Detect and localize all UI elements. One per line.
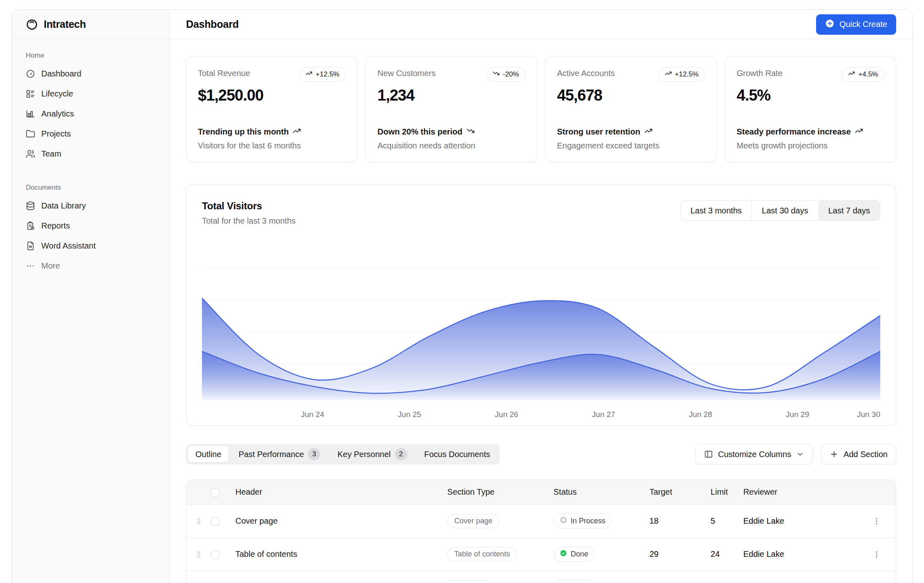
brand-logo-icon xyxy=(26,18,38,31)
nav-group-documents: Documents Data Library Reports Word Assi… xyxy=(18,180,163,276)
brand-name: Intratech xyxy=(44,18,86,30)
table-toolbar: Customize Columns Add Section xyxy=(695,444,896,464)
x-tick: Jun 25 xyxy=(398,410,421,419)
trending-down-icon xyxy=(493,70,500,79)
column-header: Section Type xyxy=(447,480,554,505)
stat-value: $1,250.00 xyxy=(198,87,345,104)
circle-plus-icon xyxy=(825,19,834,30)
trend-badge-value: +4.5% xyxy=(858,70,878,78)
reviewer-cell[interactable]: Eddie Lake xyxy=(743,571,857,583)
stat-footer: Trending up this month Visitors for the … xyxy=(198,127,345,150)
stat-footer: Down 20% this period Acquisition needs a… xyxy=(377,127,525,150)
tab-label: Focus Documents xyxy=(424,450,490,459)
stat-value: 4.5% xyxy=(737,87,884,104)
range-last-30-days[interactable]: Last 30 days xyxy=(751,201,818,220)
range-last-3-months[interactable]: Last 3 months xyxy=(681,201,752,220)
x-tick: Jun 26 xyxy=(495,410,518,419)
page-title: Dashboard xyxy=(186,18,239,30)
stat-footer: Strong user retention Engagement exceed … xyxy=(557,127,705,150)
tab-outline[interactable]: Outline xyxy=(188,446,229,463)
status-badge: Done xyxy=(554,580,594,583)
table-row: Executive summary Narrative Done 10 13 E… xyxy=(186,571,896,583)
stat-footer-desc: Visitors for the last 6 months xyxy=(198,141,345,150)
sidebar-item-projects[interactable]: Projects xyxy=(18,124,163,144)
row-header-text[interactable]: Cover page xyxy=(235,516,278,525)
table-row: Cover page Cover page In Process 18 5 Ed… xyxy=(186,505,896,538)
stat-footer-desc: Meets growth projections xyxy=(737,141,884,150)
drag-handle-icon[interactable] xyxy=(186,517,211,526)
time-range-toggle: Last 3 months Last 30 days Last 7 days xyxy=(680,200,880,221)
sidebar: Home Dashboard Lifecycle Analytics xyxy=(12,39,170,583)
sidebar-item-label: Projects xyxy=(41,129,71,139)
trend-badge: +12.5% xyxy=(659,67,705,82)
drag-handle-icon[interactable] xyxy=(186,550,211,559)
tab-past-performance[interactable]: Past Performance 3 xyxy=(231,446,328,463)
stat-value: 45,678 xyxy=(557,87,705,104)
sidebar-item-analytics[interactable]: Analytics xyxy=(18,104,163,124)
add-section-button[interactable]: Add Section xyxy=(821,444,896,464)
range-last-7-days[interactable]: Last 7 days xyxy=(818,201,880,220)
sidebar-item-reports[interactable]: Reports xyxy=(18,216,163,236)
status-text: Done xyxy=(571,550,588,558)
tab-count-badge: 2 xyxy=(395,448,407,460)
stat-card-growth-rate: Growth Rate +4.5% 4.5% Steady performanc… xyxy=(725,56,896,162)
target-cell[interactable]: 18 xyxy=(649,505,711,538)
row-checkbox[interactable] xyxy=(211,550,220,559)
sidebar-item-more[interactable]: More xyxy=(18,256,163,276)
row-menu-icon[interactable] xyxy=(857,517,896,526)
sidebar-item-label: Dashboard xyxy=(41,69,81,78)
row-checkbox[interactable] xyxy=(211,517,220,526)
row-header-text[interactable]: Table of contents xyxy=(235,549,297,558)
sidebar-item-label: Word Assistant xyxy=(41,241,96,251)
trend-badge: +12.5% xyxy=(299,67,345,82)
limit-cell[interactable]: 24 xyxy=(711,538,743,571)
stat-footer-desc: Acquisition needs attention xyxy=(377,141,525,150)
quick-create-button[interactable]: Quick Create xyxy=(816,14,896,35)
sidebar-item-dashboard[interactable]: Dashboard xyxy=(18,64,163,84)
tab-key-personnel[interactable]: Key Personnel 2 xyxy=(330,446,415,463)
trending-up-icon xyxy=(644,127,653,137)
sidebar-item-label: Team xyxy=(41,149,61,159)
trending-down-icon xyxy=(466,127,475,137)
reviewer-cell[interactable]: Eddie Lake xyxy=(743,505,857,538)
column-header: Target xyxy=(649,480,711,505)
row-menu-icon[interactable] xyxy=(857,550,896,559)
stat-title: Active Accounts xyxy=(557,67,615,78)
limit-cell[interactable]: 13 xyxy=(711,571,743,583)
trend-badge-value: +12.5% xyxy=(675,70,699,78)
sidebar-item-label: Analytics xyxy=(41,109,74,119)
trending-up-icon xyxy=(665,70,672,79)
nav-group-home: Home Dashboard Lifecycle Analytics xyxy=(18,48,163,164)
limit-cell[interactable]: 5 xyxy=(711,505,743,538)
area-chart-svg xyxy=(202,245,880,400)
x-tick: Jun 28 xyxy=(689,410,712,419)
trend-badge-value: -20% xyxy=(503,70,519,78)
x-tick: Jun 29 xyxy=(786,410,809,419)
sidebar-item-word-assistant[interactable]: Word Assistant xyxy=(18,236,163,256)
layout-list-icon xyxy=(26,89,35,99)
trending-up-icon xyxy=(305,70,312,79)
loader-icon xyxy=(560,516,567,526)
stat-value: 1,234 xyxy=(377,87,525,104)
stat-footer-desc: Engagement exceed targets xyxy=(557,141,705,150)
sidebar-item-data-library[interactable]: Data Library xyxy=(18,196,163,216)
target-cell[interactable]: 29 xyxy=(649,538,711,571)
reviewer-cell[interactable]: Eddie Lake xyxy=(743,538,857,571)
sections-table: Header Section Type Status Target Limit … xyxy=(186,480,896,583)
sidebar-item-lifecycle[interactable]: Lifecycle xyxy=(18,84,163,104)
stat-card-new-customers: New Customers -20% 1,234 Down 20% this p… xyxy=(366,56,537,162)
clipboard-clock-icon xyxy=(26,221,35,231)
trend-badge: +4.5% xyxy=(842,67,884,82)
columns-icon xyxy=(704,450,713,459)
tab-focus-documents[interactable]: Focus Documents xyxy=(417,446,498,463)
area-chart[interactable] xyxy=(202,245,880,400)
trending-up-icon xyxy=(293,127,301,137)
customize-columns-button[interactable]: Customize Columns xyxy=(695,444,813,464)
sidebar-item-team[interactable]: Team xyxy=(18,144,163,164)
column-header: Reviewer xyxy=(743,480,857,505)
stat-cards-row: Total Revenue +12.5% $1,250.00 Trending … xyxy=(186,56,896,162)
select-all-checkbox[interactable] xyxy=(211,488,220,497)
target-cell[interactable]: 10 xyxy=(649,571,711,583)
section-type-badge: Narrative xyxy=(447,580,491,583)
tab-label: Key Personnel xyxy=(337,450,390,459)
